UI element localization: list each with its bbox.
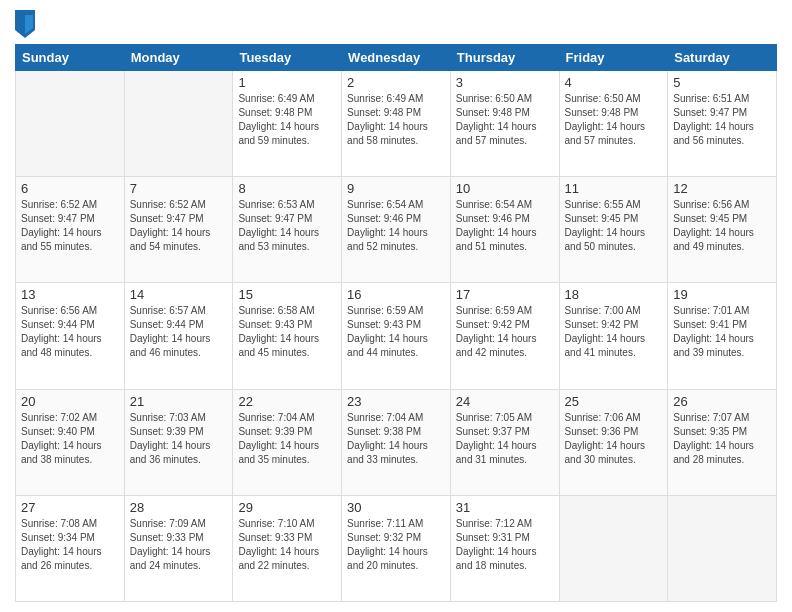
day-detail: Sunrise: 6:50 AM Sunset: 9:48 PM Dayligh… [456,92,554,148]
day-detail: Sunrise: 6:52 AM Sunset: 9:47 PM Dayligh… [21,198,119,254]
header-cell-thursday: Thursday [450,45,559,71]
day-number: 10 [456,181,554,196]
day-detail: Sunrise: 6:51 AM Sunset: 9:47 PM Dayligh… [673,92,771,148]
calendar-table: SundayMondayTuesdayWednesdayThursdayFrid… [15,44,777,602]
day-detail: Sunrise: 6:54 AM Sunset: 9:46 PM Dayligh… [456,198,554,254]
day-cell: 15Sunrise: 6:58 AM Sunset: 9:43 PM Dayli… [233,283,342,389]
day-number: 26 [673,394,771,409]
day-cell: 22Sunrise: 7:04 AM Sunset: 9:39 PM Dayli… [233,389,342,495]
day-cell: 14Sunrise: 6:57 AM Sunset: 9:44 PM Dayli… [124,283,233,389]
day-detail: Sunrise: 7:12 AM Sunset: 9:31 PM Dayligh… [456,517,554,573]
day-number: 17 [456,287,554,302]
day-cell: 1Sunrise: 6:49 AM Sunset: 9:48 PM Daylig… [233,71,342,177]
day-cell: 25Sunrise: 7:06 AM Sunset: 9:36 PM Dayli… [559,389,668,495]
day-detail: Sunrise: 6:49 AM Sunset: 9:48 PM Dayligh… [347,92,445,148]
day-number: 24 [456,394,554,409]
day-cell: 21Sunrise: 7:03 AM Sunset: 9:39 PM Dayli… [124,389,233,495]
page: SundayMondayTuesdayWednesdayThursdayFrid… [0,0,792,612]
day-detail: Sunrise: 7:05 AM Sunset: 9:37 PM Dayligh… [456,411,554,467]
day-detail: Sunrise: 7:09 AM Sunset: 9:33 PM Dayligh… [130,517,228,573]
day-cell: 10Sunrise: 6:54 AM Sunset: 9:46 PM Dayli… [450,177,559,283]
day-cell: 19Sunrise: 7:01 AM Sunset: 9:41 PM Dayli… [668,283,777,389]
day-detail: Sunrise: 7:04 AM Sunset: 9:39 PM Dayligh… [238,411,336,467]
week-row-2: 6Sunrise: 6:52 AM Sunset: 9:47 PM Daylig… [16,177,777,283]
day-cell: 24Sunrise: 7:05 AM Sunset: 9:37 PM Dayli… [450,389,559,495]
logo [15,14,37,38]
header-cell-friday: Friday [559,45,668,71]
day-cell: 16Sunrise: 6:59 AM Sunset: 9:43 PM Dayli… [342,283,451,389]
calendar-header: SundayMondayTuesdayWednesdayThursdayFrid… [16,45,777,71]
day-detail: Sunrise: 6:58 AM Sunset: 9:43 PM Dayligh… [238,304,336,360]
week-row-3: 13Sunrise: 6:56 AM Sunset: 9:44 PM Dayli… [16,283,777,389]
day-cell: 6Sunrise: 6:52 AM Sunset: 9:47 PM Daylig… [16,177,125,283]
day-number: 31 [456,500,554,515]
day-number: 21 [130,394,228,409]
day-number: 2 [347,75,445,90]
header-cell-sunday: Sunday [16,45,125,71]
day-cell [668,495,777,601]
day-cell [559,495,668,601]
day-number: 6 [21,181,119,196]
header-cell-tuesday: Tuesday [233,45,342,71]
day-cell: 31Sunrise: 7:12 AM Sunset: 9:31 PM Dayli… [450,495,559,601]
header-cell-saturday: Saturday [668,45,777,71]
week-row-4: 20Sunrise: 7:02 AM Sunset: 9:40 PM Dayli… [16,389,777,495]
day-number: 13 [21,287,119,302]
day-detail: Sunrise: 6:55 AM Sunset: 9:45 PM Dayligh… [565,198,663,254]
day-detail: Sunrise: 7:07 AM Sunset: 9:35 PM Dayligh… [673,411,771,467]
day-detail: Sunrise: 7:10 AM Sunset: 9:33 PM Dayligh… [238,517,336,573]
day-number: 9 [347,181,445,196]
day-cell: 29Sunrise: 7:10 AM Sunset: 9:33 PM Dayli… [233,495,342,601]
day-cell: 18Sunrise: 7:00 AM Sunset: 9:42 PM Dayli… [559,283,668,389]
day-number: 7 [130,181,228,196]
day-number: 25 [565,394,663,409]
day-detail: Sunrise: 6:52 AM Sunset: 9:47 PM Dayligh… [130,198,228,254]
day-detail: Sunrise: 7:02 AM Sunset: 9:40 PM Dayligh… [21,411,119,467]
day-number: 15 [238,287,336,302]
day-cell: 3Sunrise: 6:50 AM Sunset: 9:48 PM Daylig… [450,71,559,177]
day-number: 14 [130,287,228,302]
day-cell: 11Sunrise: 6:55 AM Sunset: 9:45 PM Dayli… [559,177,668,283]
day-number: 20 [21,394,119,409]
header-cell-monday: Monday [124,45,233,71]
day-detail: Sunrise: 7:01 AM Sunset: 9:41 PM Dayligh… [673,304,771,360]
day-detail: Sunrise: 6:49 AM Sunset: 9:48 PM Dayligh… [238,92,336,148]
day-detail: Sunrise: 7:04 AM Sunset: 9:38 PM Dayligh… [347,411,445,467]
day-cell: 12Sunrise: 6:56 AM Sunset: 9:45 PM Dayli… [668,177,777,283]
day-cell: 28Sunrise: 7:09 AM Sunset: 9:33 PM Dayli… [124,495,233,601]
logo-icon [15,10,35,38]
day-cell: 9Sunrise: 6:54 AM Sunset: 9:46 PM Daylig… [342,177,451,283]
day-cell: 5Sunrise: 6:51 AM Sunset: 9:47 PM Daylig… [668,71,777,177]
day-detail: Sunrise: 6:54 AM Sunset: 9:46 PM Dayligh… [347,198,445,254]
day-cell: 7Sunrise: 6:52 AM Sunset: 9:47 PM Daylig… [124,177,233,283]
header [15,10,777,38]
day-number: 11 [565,181,663,196]
day-detail: Sunrise: 7:11 AM Sunset: 9:32 PM Dayligh… [347,517,445,573]
day-number: 27 [21,500,119,515]
day-number: 5 [673,75,771,90]
day-detail: Sunrise: 6:53 AM Sunset: 9:47 PM Dayligh… [238,198,336,254]
day-number: 12 [673,181,771,196]
day-number: 1 [238,75,336,90]
day-number: 8 [238,181,336,196]
day-cell: 4Sunrise: 6:50 AM Sunset: 9:48 PM Daylig… [559,71,668,177]
day-number: 18 [565,287,663,302]
day-detail: Sunrise: 7:06 AM Sunset: 9:36 PM Dayligh… [565,411,663,467]
day-detail: Sunrise: 6:59 AM Sunset: 9:43 PM Dayligh… [347,304,445,360]
day-detail: Sunrise: 6:50 AM Sunset: 9:48 PM Dayligh… [565,92,663,148]
day-number: 29 [238,500,336,515]
day-number: 4 [565,75,663,90]
day-detail: Sunrise: 7:08 AM Sunset: 9:34 PM Dayligh… [21,517,119,573]
day-cell: 20Sunrise: 7:02 AM Sunset: 9:40 PM Dayli… [16,389,125,495]
day-number: 30 [347,500,445,515]
day-number: 28 [130,500,228,515]
day-cell: 17Sunrise: 6:59 AM Sunset: 9:42 PM Dayli… [450,283,559,389]
day-cell: 30Sunrise: 7:11 AM Sunset: 9:32 PM Dayli… [342,495,451,601]
day-cell: 13Sunrise: 6:56 AM Sunset: 9:44 PM Dayli… [16,283,125,389]
day-cell: 23Sunrise: 7:04 AM Sunset: 9:38 PM Dayli… [342,389,451,495]
week-row-5: 27Sunrise: 7:08 AM Sunset: 9:34 PM Dayli… [16,495,777,601]
header-cell-wednesday: Wednesday [342,45,451,71]
day-number: 3 [456,75,554,90]
day-number: 23 [347,394,445,409]
day-detail: Sunrise: 7:00 AM Sunset: 9:42 PM Dayligh… [565,304,663,360]
